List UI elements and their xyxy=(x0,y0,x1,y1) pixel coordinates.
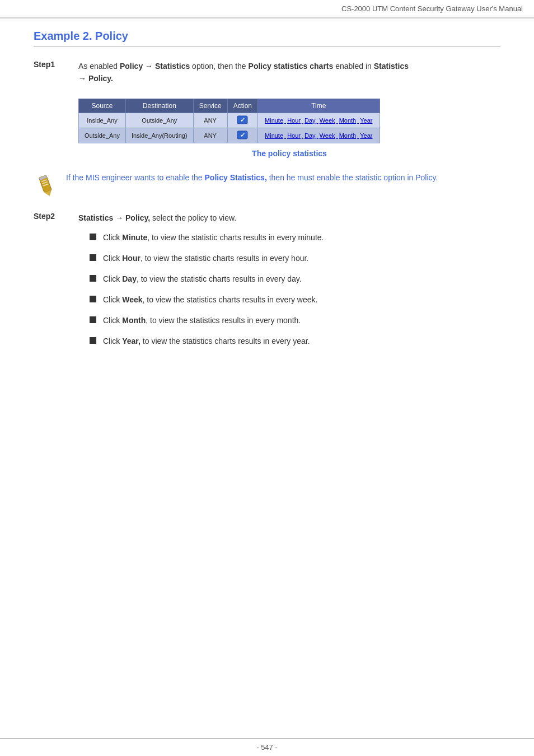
bullet-icon-6 xyxy=(90,337,96,344)
time-hour-2[interactable]: Hour xyxy=(287,132,301,139)
list-item: Click Minute, to view the statistic char… xyxy=(90,232,500,244)
bullet-icon-4 xyxy=(90,296,96,302)
step2-content: Statistics → Policy, select the policy t… xyxy=(78,212,500,356)
time-week-1[interactable]: Week xyxy=(320,117,335,124)
row1-source: Inside_Any xyxy=(79,113,126,128)
bullet-icon-2 xyxy=(90,254,96,261)
bullet-text-3: Click Day, to view the statistic charts … xyxy=(103,273,302,285)
table-row: Inside_Any Outside_Any ANY ✓ Minute Hour xyxy=(79,113,380,128)
row1-action: ✓ xyxy=(227,113,257,128)
action-icon-2: ✓ xyxy=(237,130,248,139)
note-suffix: then he must enable the statistic option… xyxy=(267,173,438,182)
svg-text:✓: ✓ xyxy=(240,132,245,138)
time-day-2[interactable]: Day xyxy=(305,132,316,139)
note-block: If the MIS engineer wants to enable the … xyxy=(34,171,500,198)
time-week-2[interactable]: Week xyxy=(320,132,335,139)
svg-text:✓: ✓ xyxy=(240,116,245,123)
list-item: Click Hour, to view the statistic charts… xyxy=(90,253,500,264)
row2-action: ✓ xyxy=(227,128,257,143)
time-month-2[interactable]: Month xyxy=(339,132,357,139)
col-service: Service xyxy=(193,99,227,113)
step2-arrow: → xyxy=(115,213,123,222)
bullet-icon-5 xyxy=(90,316,96,323)
row2-source: Outside_Any xyxy=(79,128,126,143)
time-day-1[interactable]: Day xyxy=(305,117,316,124)
action-icon-1: ✓ xyxy=(237,115,248,124)
step2-suffix: select the policy to view. xyxy=(152,213,236,222)
bullet-text-1: Click Minute, to view the statistic char… xyxy=(103,232,324,244)
step1-label: Step1 xyxy=(34,60,73,69)
time-month-1[interactable]: Month xyxy=(339,117,357,124)
list-item: Click Month, to view the statistics resu… xyxy=(90,315,500,326)
step1-row: Step1 As enabled Policy → Statistics opt… xyxy=(34,60,500,85)
step1-bold5: Policy. xyxy=(88,74,113,83)
time-minute-2[interactable]: Minute xyxy=(265,132,283,139)
row2-destination: Inside_Any(Routing) xyxy=(125,128,193,143)
table-caption: The policy statistics xyxy=(78,149,500,158)
step1-arrow2: → xyxy=(78,74,86,83)
time-year-2[interactable]: Year xyxy=(360,132,372,139)
pencil-note-icon xyxy=(34,172,62,198)
section-title: Example 2. Policy xyxy=(34,30,500,46)
footer: - 547 - xyxy=(0,738,534,756)
list-item: Click Day, to view the statistic charts … xyxy=(90,273,500,285)
time-minute-1[interactable]: Minute xyxy=(265,117,283,124)
time-hour-1[interactable]: Hour xyxy=(287,117,301,124)
step1-text: As enabled Policy → Statistics option, t… xyxy=(78,60,409,85)
row2-service: ANY xyxy=(193,128,227,143)
page-number: - 547 - xyxy=(256,743,278,752)
header-bar: CS-2000 UTM Content Security Gateway Use… xyxy=(0,0,534,18)
bullet-text-4: Click Week, to view the statistics chart… xyxy=(103,294,317,306)
col-destination: Destination xyxy=(125,99,193,113)
step2-bold1: Statistics xyxy=(78,213,113,222)
policy-table: Source Destination Service Action Time I… xyxy=(78,99,380,143)
note-text: If the MIS engineer wants to enable the … xyxy=(66,171,438,184)
bullet-text-5: Click Month, to view the statistics resu… xyxy=(103,315,301,326)
bullet-text-6: Click Year, to view the statistics chart… xyxy=(103,335,310,347)
step1-suffix: enabled in xyxy=(333,62,373,71)
step1-middle: option, then the xyxy=(190,62,248,71)
manual-title: CS-2000 UTM Content Security Gateway Use… xyxy=(341,4,523,13)
bullet-icon-3 xyxy=(90,275,96,282)
policy-table-wrapper: Source Destination Service Action Time I… xyxy=(78,99,500,143)
row1-destination: Outside_Any xyxy=(125,113,193,128)
row1-service: ANY xyxy=(193,113,227,128)
step2-row: Step2 Statistics → Policy, select the po… xyxy=(34,212,500,356)
step1-prefix: As enabled xyxy=(78,62,120,71)
step2-text: Statistics → Policy, select the policy t… xyxy=(78,212,500,224)
time-year-1[interactable]: Year xyxy=(360,117,372,124)
step1-bold1: Policy xyxy=(120,62,143,71)
step2-bold2: Policy, xyxy=(125,213,150,222)
step1-bold2: Statistics xyxy=(155,62,190,71)
bullet-list: Click Minute, to view the statistic char… xyxy=(90,232,500,347)
main-content: Example 2. Policy Step1 As enabled Polic… xyxy=(0,18,534,400)
bullet-text-2: Click Hour, to view the statistic charts… xyxy=(103,253,308,264)
col-source: Source xyxy=(79,99,126,113)
step2-label: Step2 xyxy=(34,212,73,221)
note-bold: Policy Statistics, xyxy=(205,173,267,182)
row1-time: Minute Hour Day Week Month Year xyxy=(258,113,380,128)
col-action: Action xyxy=(227,99,257,113)
step1-arrow1: → xyxy=(145,62,153,71)
note-prefix: If the MIS engineer wants to enable the xyxy=(66,173,205,182)
bullet-icon-1 xyxy=(90,234,96,240)
step1-bold4: Statistics xyxy=(374,62,409,71)
list-item: Click Week, to view the statistics chart… xyxy=(90,294,500,306)
row2-time: Minute Hour Day Week Month Year xyxy=(258,128,380,143)
col-time: Time xyxy=(258,99,380,113)
list-item: Click Year, to view the statistics chart… xyxy=(90,335,500,347)
table-row: Outside_Any Inside_Any(Routing) ANY ✓ Mi… xyxy=(79,128,380,143)
step1-bold3: Policy statistics charts xyxy=(249,62,334,71)
